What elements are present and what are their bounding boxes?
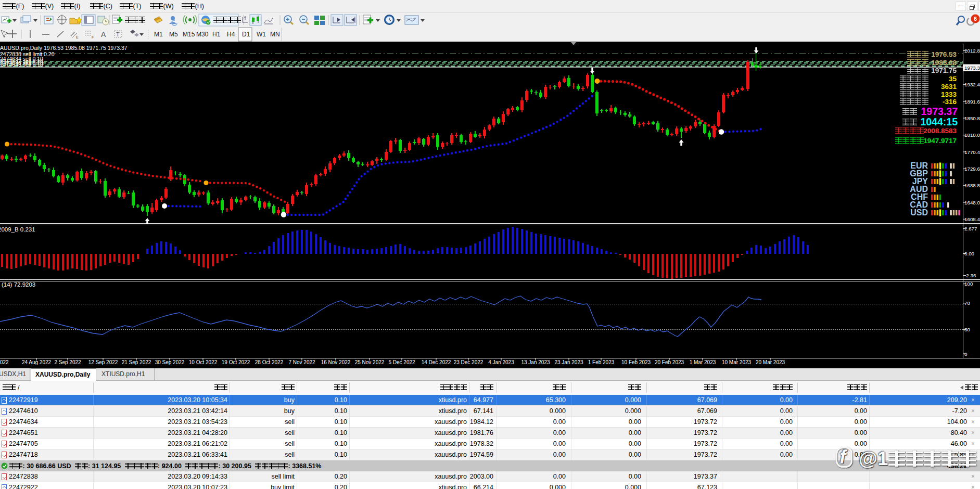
svg-text:1770.4: 1770.4 <box>964 149 980 155</box>
svg-text:100: 100 <box>964 281 973 287</box>
svg-text:1333: 1333 <box>941 91 957 98</box>
svg-text:19 Oct 2022: 19 Oct 2022 <box>222 359 250 365</box>
svg-text:-2.36: -2.36 <box>964 273 976 278</box>
svg-text:1810.0: 1810.0 <box>964 132 980 138</box>
svg-text:4 Jan 2023: 4 Jan 2023 <box>488 359 514 365</box>
svg-text:2.677: 2.677 <box>964 226 977 231</box>
svg-text:21 Sep 2022: 21 Sep 2022 <box>122 359 151 365</box>
svg-text:1 Feb 2023: 1 Feb 2023 <box>588 359 615 365</box>
svg-text:2008.8583: 2008.8583 <box>923 127 957 135</box>
svg-text:2474643 sell 0.10: 2474643 sell 0.10 <box>0 61 43 68</box>
svg-text:(14) 72.9203: (14) 72.9203 <box>2 281 35 288</box>
svg-text:14 Dec 2022: 14 Dec 2022 <box>422 359 451 365</box>
svg-text:M5: M5 <box>169 31 178 38</box>
svg-text:1973.37: 1973.37 <box>964 65 980 71</box>
svg-text:E: E <box>76 35 79 39</box>
svg-text:1608.4: 1608.4 <box>964 216 980 222</box>
svg-text:H1: H1 <box>212 31 221 38</box>
svg-text:M15: M15 <box>183 31 195 38</box>
svg-text:12 Sep 2022: 12 Sep 2022 <box>88 359 118 365</box>
svg-text:1932.4: 1932.4 <box>964 82 980 87</box>
svg-text:30 Sep 2022: 30 Sep 2022 <box>155 359 185 365</box>
svg-text:g 2022: g 2022 <box>0 359 9 365</box>
svg-text:20 Mar 2023: 20 Mar 2023 <box>756 359 785 365</box>
svg-text:H4: H4 <box>227 31 235 38</box>
svg-text:1891.6: 1891.6 <box>964 99 980 105</box>
svg-text:1973.37: 1973.37 <box>921 106 958 117</box>
svg-text:2 Sep 2022: 2 Sep 2022 <box>54 359 81 365</box>
svg-text:23 Jan 2023: 23 Jan 2023 <box>554 359 583 365</box>
svg-text:1688.8: 1688.8 <box>964 183 980 188</box>
svg-text:10 Mar 2023: 10 Mar 2023 <box>722 359 752 365</box>
svg-text:W1: W1 <box>257 31 266 38</box>
svg-text:1850.8: 1850.8 <box>964 115 980 121</box>
svg-text:10 Oct 2022: 10 Oct 2022 <box>189 359 218 365</box>
svg-text:1971.75: 1971.75 <box>931 67 957 74</box>
svg-text:1976.53: 1976.53 <box>931 50 957 58</box>
svg-text:A: A <box>101 30 106 38</box>
svg-text:USD: USD <box>910 208 928 217</box>
svg-text:2012.8: 2012.8 <box>964 48 980 54</box>
svg-text:23 Dec 2022: 23 Dec 2022 <box>454 359 483 365</box>
svg-text:7 Nov 2022: 7 Nov 2022 <box>288 359 315 365</box>
svg-text:2009_B 0.231: 2009_B 0.231 <box>0 226 35 233</box>
svg-text:1044:15: 1044:15 <box>920 116 958 127</box>
svg-text:T: T <box>116 31 120 37</box>
svg-text:1648.0: 1648.0 <box>964 200 980 205</box>
svg-text:1985.08: 1985.08 <box>931 59 957 67</box>
svg-text:D1: D1 <box>242 31 250 38</box>
svg-text:0.00: 0.00 <box>964 251 975 256</box>
svg-text:24 Aug 2022: 24 Aug 2022 <box>22 359 52 365</box>
svg-text:XAUUSD.pro,Daily 1976.53 1985: XAUUSD.pro,Daily 1976.53 1985.08 1971.75… <box>0 45 128 51</box>
svg-text:20 Feb 2023: 20 Feb 2023 <box>655 359 684 365</box>
svg-text:35: 35 <box>949 75 957 83</box>
svg-text:1947.9717: 1947.9717 <box>923 137 957 145</box>
svg-text:MN: MN <box>270 31 280 38</box>
svg-text:1 Mar 2023: 1 Mar 2023 <box>690 359 716 365</box>
svg-text:28 Oct 2022: 28 Oct 2022 <box>255 359 284 365</box>
svg-text:6: 6 <box>974 16 977 22</box>
svg-text:16 Nov 2022: 16 Nov 2022 <box>321 359 351 365</box>
svg-text:0: 0 <box>964 351 968 357</box>
svg-text:M1: M1 <box>154 31 163 38</box>
svg-text:70: 70 <box>964 300 970 306</box>
svg-text:-316: -316 <box>943 98 957 106</box>
svg-text:1729.6: 1729.6 <box>964 166 980 172</box>
svg-text:M30: M30 <box>196 31 209 38</box>
svg-text:13 Jan 2023: 13 Jan 2023 <box>521 359 550 365</box>
svg-text:3631: 3631 <box>941 83 957 91</box>
svg-text:5 Dec 2022: 5 Dec 2022 <box>388 359 415 365</box>
svg-text:30: 30 <box>964 327 970 332</box>
svg-text:25 Nov 2022: 25 Nov 2022 <box>355 359 385 365</box>
svg-text:10 Feb 2023: 10 Feb 2023 <box>621 359 651 365</box>
svg-text:F: F <box>92 35 94 39</box>
